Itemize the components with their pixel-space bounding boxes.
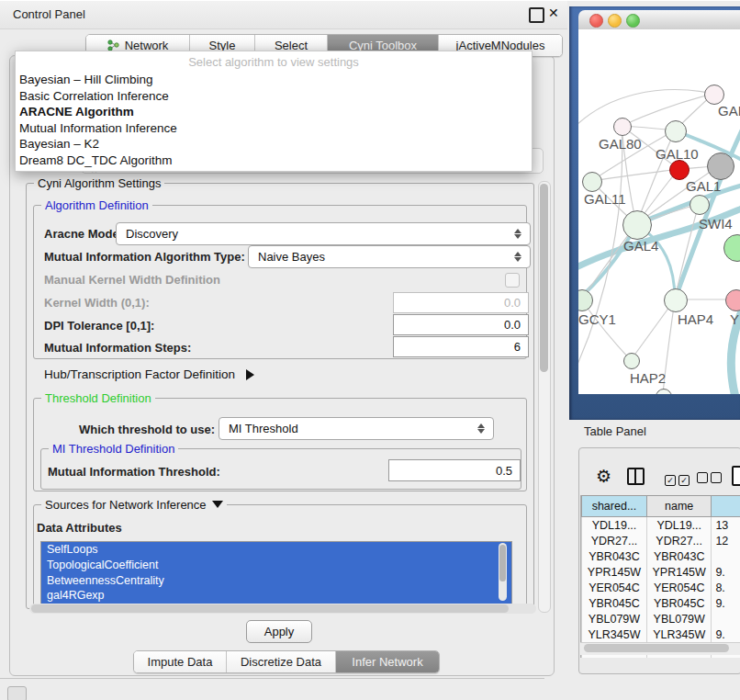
tab-impute-data-label: Impute Data [148,655,213,669]
chevron-right-icon [246,369,254,380]
hub-definition-toggle[interactable]: Hub/Transcription Factor Definition [44,367,254,381]
dropdown-item[interactable]: ARACNE Algorithm [16,104,532,120]
dpi-tolerance-label: DPI Tolerance [0,1]: [44,319,154,333]
table-body: YDL19... YDL19... 13 YDR27... YDR27... 1… [582,517,740,659]
table-row[interactable]: YLR345W YLR345W 9. [582,627,740,642]
cyni-settings-title: Cyni Algorithm Settings [34,176,164,190]
attr-list-scroll-thumb[interactable] [499,545,506,581]
attribute-item[interactable]: BetweennessCentrality [41,573,511,589]
attr-items: SelfLoopsTopologicalCoefficientBetweenne… [41,542,511,604]
network-node-gal10[interactable] [665,120,687,142]
float-window-icon[interactable] [529,7,544,23]
table-horizontal-scroll-thumb[interactable] [584,644,729,652]
table-row[interactable]: YBL079W YBL079W [582,611,740,627]
node-label-hap2: HAP2 [630,370,666,386]
dropdown-item[interactable]: Bayesian – K2 [16,136,532,152]
node-label-swi4: SWI4 [699,216,733,231]
tab-infer-network-label: Infer Network [352,655,422,669]
node-label-gal80: GAL80 [599,136,642,152]
table-row[interactable]: YBR043C YBR043C [582,548,740,564]
dropdown-item[interactable]: Mutual Information Inference [16,120,532,137]
dropdown-item[interactable]: Dream8 DC_TDC Algorithm [16,152,532,169]
column-header-shared-name[interactable]: shared... [582,496,647,517]
dpi-tolerance-input[interactable]: 0.0 [393,314,529,335]
network-canvas[interactable]: GAL GAL80 GAL10 GAL1 GAL11 SWI4 GAL4 GCY… [578,29,740,394]
node-label-gcy1: GCY1 [578,311,616,327]
node-label-y: Y [730,311,739,327]
attribute-item[interactable]: gal4RGexp [41,588,511,604]
network-node-hap2[interactable] [623,353,640,369]
network-node-gal80[interactable] [613,118,632,136]
window-close-icon[interactable] [589,14,603,28]
network-node-gal11[interactable] [582,172,602,192]
mi-type-label: Mutual Information Algorithm Type: [44,250,245,264]
attribute-item[interactable]: TopologicalCoefficient [41,558,511,573]
table-row[interactable]: YDL19... YDL19... 13 [582,517,740,534]
mi-threshold-input[interactable]: 0.5 [388,459,521,481]
column-layout-icon[interactable] [627,468,645,485]
network-node[interactable] [704,85,724,105]
gear-icon[interactable]: ⚙ [596,466,611,487]
which-threshold-label: Which threshold to use: [79,423,215,436]
manual-kernel-checkbox[interactable] [505,273,520,288]
tab-infer-network[interactable]: Infer Network [336,651,439,672]
table-row[interactable]: YBR045C YBR045C 9. [582,595,740,611]
network-node-gal1-selected[interactable] [669,160,690,180]
close-icon[interactable]: ✕ [548,6,559,20]
panel-divider [0,678,544,679]
which-threshold-select[interactable]: MI Threshold [219,417,494,440]
unchecked-boxes-icon[interactable] [697,470,722,487]
table-row[interactable]: YER054C YER054C 8. [582,580,740,595]
mi-steps-input[interactable]: 6 [393,336,529,357]
kernel-width-input[interactable]: 0.0 [393,292,529,313]
attribute-item[interactable]: SelfLoops [41,542,511,558]
mi-steps-value: 6 [514,340,521,354]
kernel-width-value: 0.0 [504,296,521,310]
node-label-gal10: GAL10 [656,146,699,162]
network-node-hap4[interactable] [664,288,688,312]
control-panel-title: Control Panel [13,7,85,21]
table-panel-title: Table Panel [584,424,646,438]
apply-button[interactable]: Apply [246,620,312,643]
tab-discretize-data-label: Discretize Data [241,655,321,669]
dropdown-item[interactable]: Bayesian – Hill Climbing [16,72,532,88]
tab-discretize-data[interactable]: Discretize Data [227,651,336,672]
aracne-mode-select[interactable]: Discovery [116,222,531,245]
dropdown-item[interactable]: Basic Correlation Inference [16,88,532,105]
settings-horizontal-scroll-thumb[interactable] [31,604,509,613]
which-threshold-value: MI Threshold [229,422,298,435]
mi-steps-label: Mutual Information Steps: [44,341,191,355]
network-node-gray[interactable] [707,152,734,180]
network-node-gal4[interactable] [622,210,652,240]
column-header-partial[interactable] [712,496,740,517]
new-column-icon[interactable] [732,466,740,486]
sources-group-title[interactable]: Sources for Network Inference [41,498,227,512]
manual-kernel-label: Manual Kernel Width Definition [44,273,220,287]
network-node-swi4[interactable] [690,195,710,215]
data-attributes-list[interactable]: SelfLoopsTopologicalCoefficientBetweenne… [40,541,512,606]
cyni-bottom-tabs: Impute Data Discretize Data Infer Networ… [133,650,440,673]
threshold-definition-title: Threshold Definition [41,391,155,405]
mi-type-select[interactable]: Naive Bayes [248,245,531,268]
node-table: shared... name YDL19... YDL19... 13 YDR2… [580,495,740,658]
screen: Control Panel ✕ Network Style Select Cyn… [0,0,740,700]
settings-vertical-scroll-thumb[interactable] [540,184,548,372]
window-zoom-icon[interactable] [626,14,640,28]
table-row[interactable]: YPR145W YPR145W 9. [582,564,740,580]
table-row[interactable]: YDR27... YDR27... 12 [582,533,740,548]
chevron-down-icon [212,501,223,508]
node-label-hap4: HAP4 [678,311,713,327]
stepper-icon [510,229,530,239]
dock-panel-button[interactable] [7,686,27,700]
node-label-gal1: GAL1 [686,178,721,194]
checked-boxes-icon[interactable]: ✓✓ [665,470,690,487]
stepper-icon [510,252,530,262]
hub-definition-label: Hub/Transcription Factor Definition [44,367,235,381]
window-minimize-icon[interactable] [608,14,622,28]
table-header-row: shared... name [582,496,740,517]
mi-threshold-group-title: MI Threshold Definition [49,442,178,456]
column-header-name[interactable]: name [646,496,711,517]
mi-threshold-label: Mutual Information Threshold: [48,465,220,479]
tab-impute-data[interactable]: Impute Data [134,651,227,672]
dpi-tolerance-value: 0.0 [504,318,521,332]
